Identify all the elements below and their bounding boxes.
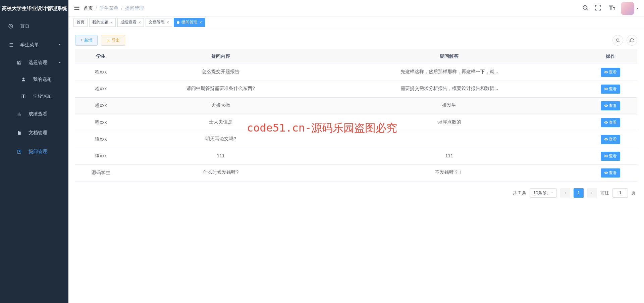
svg-point-1 [583,5,587,9]
plus-icon: + [80,38,83,43]
view-button[interactable]: 查看 [601,135,620,144]
fullscreen-icon[interactable] [595,4,601,12]
tabs-bar: 首页我的选题×成绩查看×文档管理×提问管理× [68,17,644,28]
toolbar: + 新增 导出 [75,35,637,46]
th-action: 操作 [584,49,637,64]
cell-student: 程xxx [75,64,127,81]
pagination-total: 共 7 条 [513,190,526,196]
content-area: + 新增 导出 学生 疑问内容 疑问解答 [68,28,644,303]
breadcrumb-home[interactable]: 首页 [84,5,93,11]
sidebar-label: 成绩查看 [29,111,47,117]
sidebar-label: 我的选题 [33,77,52,83]
close-icon[interactable]: × [139,20,141,25]
cell-answer: 撒发生 [315,97,584,114]
sidebar-label: 文档管理 [29,130,47,136]
cell-student: 源码学生 [75,164,127,181]
tab-label: 成绩查看 [120,19,137,25]
cell-student: 谭xxx [75,148,127,164]
refresh-button[interactable] [627,35,637,46]
breadcrumb-menu: 学生菜单 [100,5,118,11]
tab-item[interactable]: 我的选题× [89,18,116,27]
sidebar-label: 选题管理 [29,60,47,66]
tab-label: 提问管理 [181,19,198,25]
chevron-up-icon [58,60,62,65]
tab-item[interactable]: 成绩查看× [117,18,144,27]
document-icon [15,131,23,135]
sidebar-item-doc-mgmt[interactable]: 文档管理 [0,123,68,142]
cell-action: 查看 [584,64,637,81]
cell-student: 程xxx [75,114,127,131]
font-size-icon[interactable] [607,4,615,12]
list-icon [7,42,15,48]
cell-answer: 不发钱呀？！ [315,164,584,181]
view-button[interactable]: 查看 [601,118,620,127]
cell-action: 查看 [584,148,637,164]
cell-question: 大撒大撒 [127,97,315,114]
sidebar-item-student-menu[interactable]: 学生菜单 [0,36,68,54]
cell-answer [315,131,584,148]
chevron-up-icon [58,42,62,48]
cell-answer: 需要提交需求分析报告，概要设计报告和数据... [315,81,584,97]
breadcrumb-sep: / [121,6,122,11]
cell-answer: sd浮点数的 [315,114,584,131]
sidebar-item-school-topic[interactable]: 学校课题 [0,88,68,105]
search-button[interactable] [612,35,623,46]
tab-item[interactable]: 首页 [73,18,88,27]
tab-item[interactable]: 提问管理× [174,18,205,27]
view-button[interactable]: 查看 [601,168,620,178]
sidebar-item-home[interactable]: 首页 [0,17,68,36]
page-size-select[interactable]: 10条/页 [530,188,557,198]
close-icon[interactable]: × [110,20,113,25]
chart-icon [15,112,23,116]
add-button[interactable]: + 新增 [75,35,98,46]
sidebar-menu: 首页 学生菜单 选题管理 我的选题 学校课题 成绩查看 [0,17,68,303]
export-button[interactable]: 导出 [101,35,125,46]
cell-action: 查看 [584,131,637,148]
next-page-button[interactable] [587,188,597,198]
question-icon [15,149,23,154]
page-number-button[interactable]: 1 [574,188,584,198]
table-row: 程xxx 大撒大撒 撒发生 查看 [75,97,637,114]
sidebar-item-my-topic[interactable]: 我的选题 [0,71,68,88]
sidebar-label: 学生菜单 [20,42,39,48]
toolbar-right [612,35,637,46]
sidebar-label: 提问管理 [29,149,47,155]
close-icon[interactable]: × [167,20,169,25]
user-avatar-dropdown[interactable] [621,2,639,15]
view-button[interactable]: 查看 [601,101,620,110]
view-button[interactable]: 查看 [601,85,620,94]
view-button[interactable]: 查看 [601,68,620,77]
cell-action: 查看 [584,164,637,181]
qa-table: 学生 疑问内容 疑问解答 操作 程xxx 怎么提交开题报告 先这样这样，然后那样… [75,49,637,182]
sidebar-item-topic-mgmt[interactable]: 选题管理 [0,54,68,71]
edit-icon [15,60,23,65]
sidebar-label: 学校课题 [33,93,52,99]
tab-item[interactable]: 文档管理× [146,18,172,27]
app-logo: 高校大学生毕业设计管理系统 [0,0,68,17]
breadcrumb-page: 提问管理 [125,5,144,11]
table-row: 程xxx 请问中期答辩需要准备什么东西? 需要提交需求分析报告，概要设计报告和数… [75,81,637,97]
cell-question: 请问中期答辩需要准备什么东西? [127,81,315,97]
cell-answer: 先这样这样，然后那样那样，再这样一下，就... [315,64,584,81]
search-icon[interactable] [582,4,589,12]
breadcrumb-sep: / [96,6,97,11]
tab-active-dot [177,21,179,24]
table-row: 谭xxx 111 111 查看 [75,148,637,164]
user-icon [19,77,28,82]
book-icon [19,94,28,99]
view-button[interactable]: 查看 [601,152,620,161]
prev-page-button[interactable] [560,188,570,198]
cell-answer: 111 [315,148,584,164]
cell-action: 查看 [584,97,637,114]
close-icon[interactable]: × [200,20,202,25]
cell-student: 程xxx [75,97,127,114]
goto-page-input[interactable] [612,188,628,198]
breadcrumb: 首页 / 学生菜单 / 提问管理 [84,5,582,11]
hamburger-icon[interactable] [73,4,84,12]
sidebar-item-grade-view[interactable]: 成绩查看 [0,105,68,123]
goto-suffix: 页 [631,190,636,196]
sidebar-item-qa-mgmt[interactable]: 提问管理 [0,142,68,161]
download-icon [106,38,110,43]
table-row: 程xxx 士大夫但是 sd浮点数的 查看 [75,114,637,131]
table-row: 谭xxx 明天写论文吗? 查看 [75,131,637,148]
